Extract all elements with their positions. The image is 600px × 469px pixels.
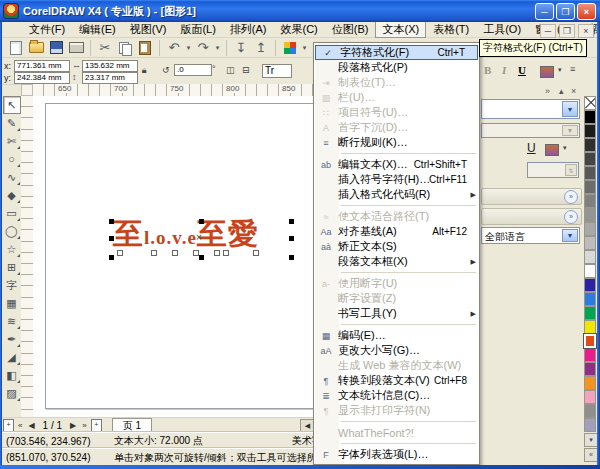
mdi-restore-button[interactable]: ❐ <box>559 24 575 38</box>
section-expand-chevron-icon[interactable]: » <box>564 190 578 204</box>
color-swatch-a8a8a8[interactable] <box>584 222 596 236</box>
menubar-item-效果(C)[interactable]: 效果(C) <box>274 21 325 38</box>
x-position-field[interactable]: 771.361 mm <box>14 60 70 72</box>
menu-item-书写工具Y[interactable]: 书写工具(Y)▶ <box>314 306 479 321</box>
rectangle-tool[interactable]: ▭ <box>3 204 21 222</box>
docker-pin-icon[interactable]: ▴ <box>559 86 564 96</box>
color-swatch-8c2f85[interactable] <box>584 362 596 376</box>
italic-button[interactable]: I <box>502 64 506 76</box>
selection-handle[interactable] <box>199 219 204 224</box>
freehand-tool[interactable]: ∿ <box>3 168 21 186</box>
character-effects-icon[interactable] <box>545 144 559 156</box>
color-swatch-ffffff[interactable] <box>584 264 596 278</box>
menu-item-文本统计信息C[interactable]: ≣文本统计信息(C)… <box>314 388 479 403</box>
fill-tool[interactable]: ◧ <box>3 366 21 384</box>
color-swatch-585858[interactable] <box>584 166 596 180</box>
menu-item-编码E[interactable]: ▦编码(E)… <box>314 328 479 343</box>
selection-handle[interactable] <box>109 219 114 224</box>
text-alignment-icon[interactable]: ≡ <box>570 64 575 74</box>
undo-dropdown-arrow-icon[interactable]: ▾ <box>184 39 193 57</box>
artistic-text-object[interactable]: 至l.o.v.e至愛 <box>113 214 259 255</box>
last-page-button[interactable]: » <box>80 421 88 430</box>
color-swatch-8f8f8f[interactable] <box>584 404 596 418</box>
export-icon[interactable]: ↥ <box>251 39 271 57</box>
menu-item-更改大小写G[interactable]: aA更改大小写(G)… <box>314 343 479 358</box>
pick-tool[interactable]: ↖ <box>3 96 21 114</box>
previous-page-button[interactable]: ◀ <box>26 421 36 430</box>
eyedropper-tool[interactable]: ✒ <box>3 330 21 348</box>
redo-icon[interactable]: ↷ <box>193 39 213 57</box>
color-swatch-949494[interactable] <box>584 208 596 222</box>
mdi-close-button[interactable]: × <box>578 24 594 38</box>
menu-item-编辑文本X[interactable]: ab编辑文本(X)…Ctrl+Shift+T <box>314 157 479 172</box>
restore-button[interactable]: ❐ <box>556 3 575 20</box>
tr-style-button[interactable]: Tr <box>262 64 292 78</box>
menubar-item-text-active[interactable]: 文本(X) <box>375 21 426 38</box>
menu-item-插入格式化代码R[interactable]: 插入格式化代码(R)▶ <box>314 187 479 202</box>
zoom-tool[interactable]: ○ <box>3 150 21 168</box>
color-swatch-bcbcbc[interactable] <box>584 236 596 250</box>
add-page-start-button[interactable]: + <box>3 419 14 432</box>
blend-tool[interactable]: ≋ <box>3 312 21 330</box>
menubar-item-文件(F)[interactable]: 文件(F) <box>22 21 72 38</box>
text-tool[interactable]: 字 <box>3 276 21 294</box>
menu-item-字符格式化F[interactable]: ✓字符格式化(F)Ctrl+T <box>315 45 478 60</box>
mirror-vertical-icon[interactable]: ⊟ <box>242 65 250 75</box>
style-dropdown-arrow-icon[interactable]: ▾ <box>558 66 562 74</box>
crop-tool[interactable]: ✄ <box>3 132 21 150</box>
character-style-icon[interactable] <box>540 66 554 78</box>
cut-icon[interactable]: ✂ <box>95 39 115 57</box>
selection-handle[interactable] <box>289 236 294 241</box>
underline-icon[interactable]: U <box>527 141 536 155</box>
ellipse-tool[interactable]: ◯ <box>3 222 21 240</box>
object-height-field[interactable]: 23.317 mm <box>82 72 138 84</box>
menu-item-矫正文本S[interactable]: aà矫正文本(S) <box>314 239 479 254</box>
color-swatch-f2a3bd[interactable] <box>584 390 596 404</box>
menu-item-段落文本框X[interactable]: 段落文本框(X)▶ <box>314 254 479 269</box>
color-swatch-f59220[interactable] <box>584 376 596 390</box>
color-swatch-808080[interactable] <box>584 194 596 208</box>
selection-handle[interactable] <box>199 255 204 260</box>
docker-expand-icon[interactable]: » <box>545 86 550 96</box>
color-swatch-e81c8a[interactable] <box>584 348 596 362</box>
polygon-tool[interactable]: ☆ <box>3 240 21 258</box>
character-node-marker[interactable] <box>223 250 229 256</box>
rotation-angle-field[interactable]: .0 <box>174 64 212 76</box>
color-swatch-a0a0b8[interactable] <box>584 418 596 432</box>
first-page-button[interactable]: « <box>16 421 24 430</box>
menubar-item-位图(B)[interactable]: 位图(B) <box>325 21 376 38</box>
lock-ratio-icon[interactable]: 🔒︎ <box>142 65 147 76</box>
color-swatch-2b22a8[interactable] <box>584 278 596 292</box>
selection-handle[interactable] <box>109 255 114 260</box>
next-page-button[interactable]: ▶ <box>68 421 78 430</box>
outline-tool[interactable]: ◢ <box>3 348 21 366</box>
copy-icon[interactable] <box>115 39 135 57</box>
menubar-item-视图(V)[interactable]: 视图(V) <box>123 21 174 38</box>
selection-center-marker[interactable]: × <box>196 232 202 243</box>
print-document-icon[interactable] <box>66 39 86 57</box>
palette-scroll-down-icon[interactable]: ▾ <box>584 433 598 447</box>
ruler-origin-corner[interactable] <box>21 84 33 96</box>
application-launcher-dropdown-arrow-icon[interactable]: ▾ <box>300 39 309 57</box>
character-node-marker[interactable] <box>214 250 220 256</box>
font-family-dropdown[interactable]: ▼ <box>481 99 580 119</box>
shape-tool[interactable]: ✎ <box>3 114 21 132</box>
color-swatch-e04b16[interactable] <box>584 334 596 348</box>
paste-icon[interactable] <box>135 39 155 57</box>
mirror-horizontal-icon[interactable]: ◫ <box>226 65 235 75</box>
interactive-fill-tool[interactable]: ▨ <box>3 384 21 402</box>
section-expand-chevron-icon-2[interactable]: » <box>564 210 578 224</box>
character-node-marker[interactable] <box>172 250 178 256</box>
page-tab[interactable]: 页 1 <box>112 418 152 432</box>
menubar-item-表格(T)[interactable]: 表格(T) <box>426 21 476 38</box>
save-document-icon[interactable] <box>46 39 66 57</box>
color-swatch-00a550[interactable] <box>584 306 596 320</box>
effects-dropdown-arrow-icon[interactable]: ▾ <box>563 144 567 152</box>
menu-item-插入符号字符H[interactable]: 插入符号字符(H)…Ctrl+F11 <box>314 172 479 187</box>
menubar-item-排列(A)[interactable]: 排列(A) <box>223 21 274 38</box>
application-launcher-icon[interactable] <box>280 39 300 57</box>
color-swatch-000000[interactable] <box>584 110 596 124</box>
color-swatch-1c1c1c[interactable] <box>584 124 596 138</box>
menubar-item-工具(O)[interactable]: 工具(O) <box>476 21 528 38</box>
font-dropdown-arrow-icon[interactable]: ▼ <box>562 101 578 117</box>
